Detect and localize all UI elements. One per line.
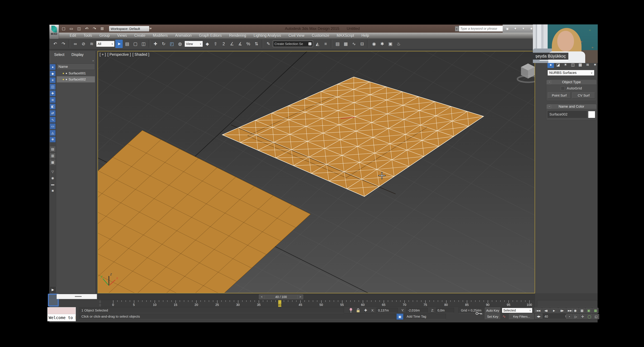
redo-icon[interactable]: ↷ — [60, 40, 67, 48]
mirror-icon[interactable]: ◭ — [314, 40, 321, 48]
sync-selection-icon[interactable]: ▬ — [50, 182, 56, 187]
zoom-extents-all-icon[interactable]: ▩ — [592, 308, 598, 313]
add-time-tag[interactable]: Add Time Tag — [404, 314, 446, 319]
absolute-offset-gizmo-icon[interactable]: ✚ — [362, 308, 369, 313]
snaps-toggle-icon[interactable]: ∠ — [228, 40, 236, 48]
filter-geometry-icon[interactable]: ● — [50, 64, 56, 70]
bind-to-space-warp-icon[interactable]: ≋ — [88, 40, 96, 48]
cv-surf-button[interactable]: CV Surf — [572, 92, 595, 98]
keyboard-shortcut-override-toggle[interactable]: 2 — [220, 40, 228, 48]
macro-recorder-pane[interactable] — [48, 308, 76, 314]
tab-display[interactable]: Display — [72, 52, 84, 57]
listener-pane[interactable]: Welcome to M — [48, 314, 76, 321]
zoom-extents-icon[interactable]: ▣ — [586, 308, 592, 313]
collapse-icon[interactable]: − — [548, 80, 551, 84]
filter-bones-icon[interactable]: ◬ — [50, 130, 56, 136]
spinner-snap-toggle-icon[interactable]: ⇅ — [253, 40, 260, 48]
x-coordinate-field[interactable]: 0,137m — [376, 308, 398, 313]
list-item-surface001[interactable]: ● ● Surface001 — [57, 70, 95, 76]
subscription-key-icon[interactable]: ✦ — [512, 26, 519, 32]
filter-helpers-icon[interactable]: ✚ — [50, 90, 56, 96]
object-color-swatch[interactable] — [588, 111, 595, 118]
search-scope-icon[interactable]: ▸ — [455, 26, 459, 31]
pan-hand-icon[interactable]: ✛ — [580, 314, 586, 319]
render-production-icon[interactable]: ♨ — [395, 40, 402, 48]
autogrid-checkbox[interactable] — [561, 86, 565, 90]
schematic-view-icon[interactable]: ⊟ — [358, 40, 366, 48]
menu-graph-editors[interactable]: Graph Editors — [195, 34, 226, 38]
view-cube[interactable] — [518, 64, 535, 82]
object-name-field[interactable]: Surface002 — [548, 111, 587, 118]
filter-space-warps-icon[interactable]: ≋ — [50, 97, 56, 103]
select-and-move-icon[interactable]: ✚ — [152, 40, 159, 48]
name-color-rollout-header[interactable]: − Name and Color — [546, 104, 596, 109]
menu-tools[interactable]: Tools — [80, 34, 96, 38]
search-binoculars-icon[interactable]: ◉ — [504, 26, 511, 32]
filter-cameras-icon[interactable]: ◫ — [50, 84, 56, 90]
selection-lock-icon[interactable] — [355, 308, 361, 313]
menu-views[interactable]: Views — [114, 34, 130, 38]
filter-shapes-icon[interactable]: ◆ — [50, 71, 56, 76]
new-key-default-in-out-tangents-icon[interactable]: ∿ — [501, 314, 507, 319]
menu-create[interactable]: Create — [130, 34, 149, 38]
point-surf-button[interactable]: Point Surf — [548, 92, 570, 98]
align-icon[interactable]: ≡ — [322, 40, 330, 48]
geometry-type-dropdown[interactable]: NURBS Surfaces ∨ — [548, 70, 594, 76]
graphite-ribbon-toggle-icon[interactable]: ▦ — [342, 40, 350, 48]
key-filters-button[interactable]: Key Filters... — [509, 314, 534, 320]
key-selection-dropdown[interactable]: Selected ∨ — [502, 308, 532, 313]
selection-filter-dropdown[interactable]: All∨ — [96, 41, 114, 47]
time-configuration-icon[interactable]: ◔ — [566, 314, 572, 319]
select-and-link-icon[interactable]: ∞ — [72, 40, 79, 48]
lock-explorer-icon[interactable]: ◙ — [50, 188, 56, 193]
menu-maxscript[interactable]: MAXScript — [333, 34, 358, 38]
viewport-pov-menu[interactable]: [ Perspective ] — [108, 52, 131, 57]
filter-splines-icon[interactable]: ∿ — [50, 117, 56, 122]
zoom-icon[interactable]: ◉ — [572, 308, 578, 313]
percent-snap-toggle-icon[interactable]: % — [244, 40, 252, 48]
filter-lights-icon[interactable]: ☀ — [50, 77, 56, 83]
orbit-icon[interactable]: ◯ — [586, 314, 592, 319]
advanced-filter-icon[interactable]: ◉ — [50, 175, 56, 181]
name-column-header[interactable]: Name — [57, 64, 95, 70]
scrollbar-thumb[interactable] — [75, 296, 82, 297]
play-button[interactable]: ▶ — [550, 308, 558, 313]
view-detail-icon[interactable]: ▦ — [50, 159, 56, 165]
next-frame-button[interactable]: ▮▶ — [558, 308, 566, 313]
explorer-overflow-icon[interactable]: » — [92, 59, 94, 62]
select-object-icon[interactable]: ➤ — [115, 40, 123, 48]
menu-modifiers[interactable]: Modifiers — [149, 34, 171, 38]
workspace-dropdown[interactable]: Workspace: Default ▾ — [109, 26, 149, 32]
render-setup-icon[interactable]: ✱ — [378, 40, 386, 48]
menu-rendering[interactable]: Rendering — [226, 34, 250, 38]
explorer-horizontal-scrollbar[interactable] — [56, 294, 97, 299]
previous-frame-button[interactable]: ◀▮ — [542, 308, 550, 313]
current-frame-field[interactable]: 40 — [543, 314, 566, 319]
window-crossing-toggle-icon[interactable]: ◫ — [140, 40, 147, 48]
previous-frame-arrow[interactable]: < — [259, 295, 264, 299]
y-coordinate-field[interactable]: -2,016m — [406, 308, 428, 313]
menu-edit[interactable]: Edit — [66, 34, 80, 38]
filter-containers-icon[interactable]: ▭ — [50, 124, 56, 129]
visibility-bulb-icon[interactable]: ● — [62, 78, 64, 81]
rendered-frame-window-icon[interactable]: ▣ — [387, 40, 394, 48]
open-file-icon[interactable]: ▭ — [68, 26, 74, 32]
go-to-start-button[interactable]: |◀◀ — [534, 308, 542, 313]
field-of-view-icon[interactable]: ▷ — [573, 314, 579, 319]
z-coordinate-field[interactable]: 0,0m — [436, 308, 454, 313]
current-frame-marker[interactable]: 40 — [278, 300, 281, 307]
material-editor-icon[interactable]: ◉ — [370, 40, 378, 48]
set-key-button[interactable]: Set Key — [485, 314, 500, 320]
menu-group[interactable]: Group — [96, 34, 114, 38]
chevron-down-icon[interactable]: ▾ — [87, 28, 88, 30]
tab-select[interactable]: Select — [54, 52, 64, 57]
communication-center-icon[interactable]: ✶ — [520, 26, 527, 32]
view-list-icon[interactable]: ▤ — [50, 146, 56, 152]
menu-customize[interactable]: Customize — [308, 34, 333, 38]
visibility-bulb-icon[interactable]: ● — [62, 72, 64, 75]
key-mode-toggle-icon[interactable]: ◀▶ — [535, 314, 542, 319]
edit-named-selection-sets-icon[interactable]: ✎ — [265, 40, 272, 48]
undo-icon[interactable]: ↶▾ — [84, 26, 90, 32]
layer-manager-icon[interactable]: ▤ — [334, 40, 341, 48]
viewport-shading-menu[interactable]: [ Shaded ] — [132, 52, 149, 57]
